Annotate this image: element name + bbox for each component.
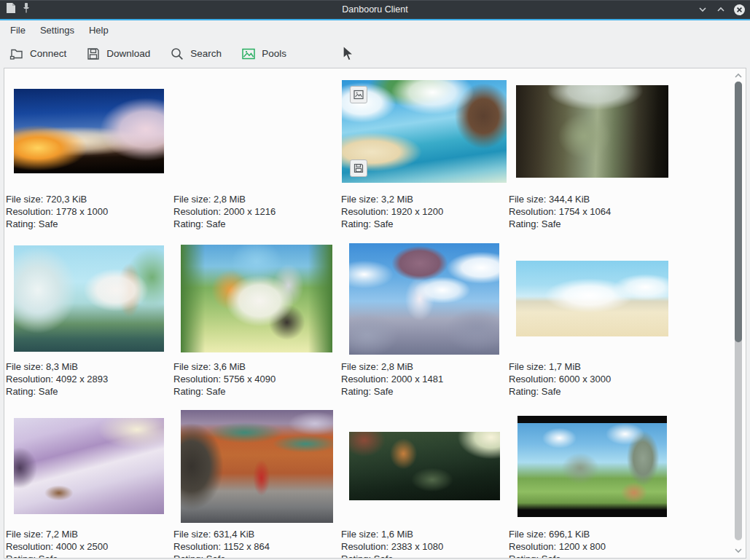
gallery-item[interactable]: File size: 2,8 MiB Resolution: 2000 x 12… bbox=[173, 68, 340, 236]
gallery-viewport: File size: 720,3 KiB Resolution: 1778 x … bbox=[4, 68, 731, 558]
thumbnail-area bbox=[508, 403, 676, 529]
file-size-line: File size: 2,8 MiB bbox=[173, 194, 340, 206]
content-panel: File size: 720,3 KiB Resolution: 1778 x … bbox=[4, 68, 746, 559]
thumbnail[interactable] bbox=[181, 85, 332, 177]
thumbnail-area bbox=[5, 403, 173, 529]
thumbnail[interactable] bbox=[14, 89, 164, 173]
thumbnail[interactable] bbox=[516, 261, 668, 336]
gallery-item[interactable]: File size: 696,1 KiB Resolution: 1200 x … bbox=[508, 403, 676, 558]
thumb-overlay-buttons bbox=[342, 80, 507, 183]
scroll-down-button[interactable] bbox=[731, 545, 746, 556]
network-connect-icon bbox=[9, 46, 25, 62]
file-size-line: File size: 720,3 KiB bbox=[6, 194, 173, 206]
titlebar[interactable]: Danbooru Client bbox=[0, 0, 750, 19]
thumbnail[interactable] bbox=[342, 80, 507, 183]
gallery-item[interactable]: File size: 3,2 MiB Resolution: 1920 x 12… bbox=[340, 68, 508, 236]
thumbnail[interactable] bbox=[349, 432, 500, 500]
gallery-item[interactable]: File size: 3,6 MiB Resolution: 5756 x 40… bbox=[173, 236, 340, 403]
thumbnail-area bbox=[173, 403, 340, 529]
file-size-line: File size: 3,2 MiB bbox=[341, 194, 508, 206]
resolution-line: Resolution: 6000 x 3000 bbox=[509, 374, 676, 386]
thumbnail-area bbox=[173, 236, 340, 361]
view-image-button[interactable] bbox=[350, 86, 367, 103]
pools-label: Pools bbox=[262, 48, 286, 59]
gallery-grid: File size: 720,3 KiB Resolution: 1778 x … bbox=[5, 68, 676, 558]
pin-icon[interactable] bbox=[22, 2, 31, 17]
resolution-line: Resolution: 1920 x 1200 bbox=[341, 206, 508, 218]
scroll-up-button[interactable] bbox=[731, 70, 746, 82]
thumbnail-area bbox=[340, 68, 508, 194]
connect-label: Connect bbox=[30, 48, 66, 59]
download-label: Download bbox=[106, 48, 150, 59]
rating-line: Rating: Safe bbox=[173, 553, 340, 558]
gallery-item[interactable]: File size: 720,3 KiB Resolution: 1778 x … bbox=[5, 68, 173, 236]
search-icon bbox=[169, 46, 185, 62]
close-button[interactable] bbox=[733, 3, 746, 16]
image-metadata: File size: 2,8 MiB Resolution: 2000 x 14… bbox=[340, 361, 508, 398]
menu-file[interactable]: File bbox=[3, 23, 33, 38]
app-window: Danbooru Client File Settings Help bbox=[0, 0, 750, 560]
save-image-button[interactable] bbox=[350, 159, 367, 177]
search-button[interactable]: Search bbox=[169, 46, 222, 62]
gallery-item[interactable]: File size: 631,4 KiB Resolution: 1152 x … bbox=[173, 403, 340, 558]
resolution-line: Resolution: 2383 x 1080 bbox=[341, 541, 508, 553]
rating-line: Rating: Safe bbox=[341, 553, 508, 558]
connect-button[interactable]: Connect bbox=[9, 46, 66, 62]
toolbar: Connect Download Search bbox=[0, 39, 750, 68]
thumbnail[interactable] bbox=[181, 245, 332, 352]
window-title: Danbooru Client bbox=[0, 4, 750, 15]
vertical-scrollbar[interactable] bbox=[731, 68, 746, 558]
thumbnail-area bbox=[508, 68, 676, 194]
gallery-item[interactable]: File size: 344,4 KiB Resolution: 1754 x … bbox=[508, 68, 676, 236]
resolution-line: Resolution: 2000 x 1216 bbox=[173, 206, 340, 218]
gallery-item[interactable]: File size: 8,3 MiB Resolution: 4092 x 28… bbox=[5, 236, 173, 403]
thumbnail[interactable] bbox=[14, 418, 164, 514]
image-metadata: File size: 2,8 MiB Resolution: 2000 x 12… bbox=[173, 194, 340, 230]
rating-line: Rating: Safe bbox=[6, 386, 173, 398]
image-metadata: File size: 1,7 MiB Resolution: 6000 x 30… bbox=[508, 361, 676, 398]
thumbnail-area bbox=[173, 68, 340, 194]
menu-settings[interactable]: Settings bbox=[33, 23, 82, 38]
scrollbar-thumb[interactable] bbox=[735, 82, 742, 342]
image-metadata: File size: 7,2 MiB Resolution: 4000 x 25… bbox=[5, 529, 173, 558]
gallery-item[interactable]: File size: 7,2 MiB Resolution: 4000 x 25… bbox=[5, 403, 173, 558]
image-metadata: File size: 631,4 KiB Resolution: 1152 x … bbox=[173, 529, 340, 558]
image-metadata: File size: 1,6 MiB Resolution: 2383 x 10… bbox=[340, 529, 508, 558]
rating-line: Rating: Safe bbox=[509, 553, 676, 558]
file-size-line: File size: 3,6 MiB bbox=[173, 361, 340, 374]
resolution-line: Resolution: 4092 x 2893 bbox=[6, 374, 173, 386]
resolution-line: Resolution: 5756 x 4090 bbox=[173, 374, 340, 386]
file-size-line: File size: 1,6 MiB bbox=[341, 529, 508, 541]
thumbnail[interactable] bbox=[14, 245, 164, 352]
file-size-line: File size: 2,8 MiB bbox=[341, 361, 508, 374]
thumbnail-area bbox=[5, 68, 173, 194]
rating-line: Rating: Safe bbox=[341, 218, 508, 231]
resolution-line: Resolution: 1200 x 800 bbox=[509, 541, 676, 553]
image-metadata: File size: 720,3 KiB Resolution: 1778 x … bbox=[5, 194, 173, 230]
app-icon bbox=[6, 2, 16, 17]
thumbnail-area bbox=[508, 236, 676, 361]
minimize-button[interactable] bbox=[696, 3, 709, 16]
image-metadata: File size: 344,4 KiB Resolution: 1754 x … bbox=[508, 194, 676, 230]
thumbnail[interactable] bbox=[349, 243, 499, 355]
rating-line: Rating: Safe bbox=[509, 218, 676, 231]
menu-help[interactable]: Help bbox=[82, 23, 116, 38]
maximize-button[interactable] bbox=[714, 3, 727, 16]
file-size-line: File size: 344,4 KiB bbox=[509, 194, 676, 206]
pools-button[interactable]: Pools bbox=[241, 46, 286, 62]
pools-image-icon bbox=[241, 46, 257, 62]
thumbnail[interactable] bbox=[517, 416, 667, 517]
image-metadata: File size: 8,3 MiB Resolution: 4092 x 28… bbox=[5, 361, 173, 398]
gallery-item[interactable]: File size: 1,6 MiB Resolution: 2383 x 10… bbox=[340, 403, 508, 558]
resolution-line: Resolution: 1778 x 1000 bbox=[6, 206, 173, 218]
file-size-line: File size: 696,1 KiB bbox=[509, 529, 676, 541]
resolution-line: Resolution: 1754 x 1064 bbox=[509, 206, 676, 218]
rating-line: Rating: Safe bbox=[173, 386, 340, 398]
thumbnail[interactable] bbox=[516, 85, 668, 178]
thumbnail[interactable] bbox=[181, 410, 333, 523]
gallery-item[interactable]: File size: 2,8 MiB Resolution: 2000 x 14… bbox=[340, 236, 508, 403]
resolution-line: Resolution: 1152 x 864 bbox=[173, 541, 340, 553]
gallery-item[interactable]: File size: 1,7 MiB Resolution: 6000 x 30… bbox=[508, 236, 676, 403]
download-button[interactable]: Download bbox=[85, 46, 150, 62]
search-label: Search bbox=[190, 48, 222, 59]
